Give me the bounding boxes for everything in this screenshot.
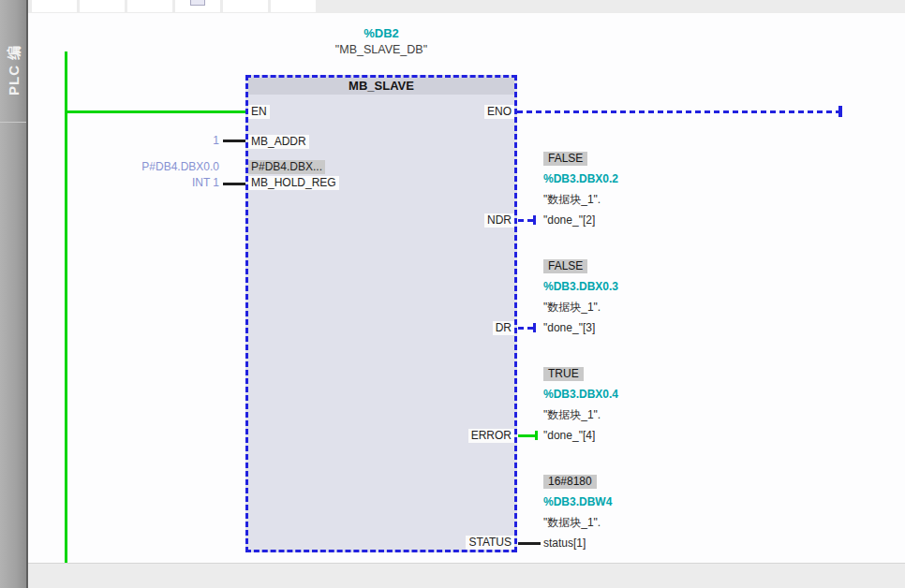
error-monitor-value: TRUE: [543, 367, 584, 381]
error-operand-member: "done_"[4]: [543, 425, 731, 446]
pin-en: EN: [248, 105, 270, 119]
monitor-value-row: TRUE: [543, 363, 731, 384]
status-operand-group[interactable]: 16#8180 %DB3.DBW4 "数据块_1". status[1]: [543, 471, 731, 553]
error-operand-address: %DB3.DBX0.4: [543, 384, 731, 404]
pin-mb-addr: MB_ADDR: [248, 135, 309, 149]
ndr-monitor-value: FALSE: [543, 152, 587, 166]
toolbar-cell[interactable]: [223, 0, 268, 12]
toolbar-partial-icon: [190, 0, 205, 6]
pin-mb-hold-reg: MB_HOLD_REG: [248, 176, 339, 190]
dr-operand-member: "done_"[3]: [543, 317, 731, 338]
toolbar-cell[interactable]: [175, 0, 220, 12]
pin-dr: DR: [493, 321, 514, 335]
eno-wire: [517, 110, 838, 113]
dr-operand-address: %DB3.DBX0.3: [543, 276, 731, 297]
instance-db-name[interactable]: "MB_SLAVE_DB": [245, 43, 517, 56]
top-toolbar: [26, 0, 905, 13]
ndr-operand-group[interactable]: FALSE %DB3.DBX0.2 "数据块_1". "done_"[2]: [543, 148, 731, 230]
mb-hold-reg-operand-type[interactable]: INT 1: [103, 176, 219, 190]
mb-addr-operand[interactable]: 1: [103, 134, 219, 148]
tab-divider: [0, 122, 26, 123]
monitor-value-row: 16#8180: [543, 471, 731, 492]
monitor-value-row: FALSE: [543, 256, 731, 276]
ndr-operand-address: %DB3.DBX0.2: [543, 169, 731, 189]
mb-slave-block[interactable]: MB_SLAVE EN ENO MB_ADDR P#DB4.DBX... MB_…: [245, 75, 517, 552]
mb-addr-wire: [223, 140, 245, 142]
toolbar-cell[interactable]: [32, 0, 77, 12]
toolbar-cell[interactable]: [80, 0, 125, 12]
monitor-value-row: FALSE: [543, 148, 731, 169]
dr-wire-tick: [533, 323, 536, 332]
pin-eno: ENO: [484, 105, 514, 119]
status-operand-db-name: "数据块_1".: [543, 512, 731, 533]
mb-hold-reg-wire: [223, 183, 245, 185]
plc-side-tab[interactable]: PLC 编: [6, 45, 23, 96]
block-title: MB_SLAVE: [248, 78, 514, 95]
status-operand-address: %DB3.DBW4: [543, 492, 731, 512]
ndr-wire-tick: [533, 215, 536, 225]
pin-status: STATUS: [466, 536, 514, 550]
toolbar-cell[interactable]: [127, 0, 172, 12]
status-operand-member: status[1]: [543, 533, 731, 553]
error-wire: [518, 434, 537, 437]
power-rail: [65, 51, 67, 563]
left-tab-strip: PLC 编: [0, 0, 28, 588]
status-wire: [518, 542, 541, 545]
error-operand-group[interactable]: TRUE %DB3.DBX0.4 "数据块_1". "done_"[4]: [543, 363, 731, 446]
toolbar-cell[interactable]: [271, 0, 316, 12]
ndr-operand-member: "done_"[2]: [543, 210, 731, 230]
error-wire-tick: [535, 431, 538, 440]
dr-monitor-value: FALSE: [543, 259, 587, 273]
dr-operand-group[interactable]: FALSE %DB3.DBX0.3 "数据块_1". "done_"[3]: [543, 256, 731, 338]
error-operand-db-name: "数据块_1".: [543, 404, 731, 425]
mb-hold-reg-operand-address[interactable]: P#DB4.DBX0.0: [103, 160, 219, 174]
status-monitor-value: 16#8180: [543, 475, 597, 489]
pin-ndr: NDR: [484, 213, 514, 228]
pin-error: ERROR: [468, 429, 514, 443]
instance-db-address[interactable]: %DB2: [245, 26, 517, 40]
bottom-strip: [26, 563, 905, 588]
fbd-editor: PLC 编 %DB2 "MB_SLAVE_DB" MB_SLAVE EN ENO…: [0, 0, 905, 588]
dr-operand-db-name: "数据块_1".: [543, 297, 731, 317]
eno-terminal-tick: [838, 106, 842, 117]
mb-hold-reg-monitor-value: P#DB4.DBX...: [248, 160, 325, 174]
en-wire: [65, 110, 245, 113]
ndr-operand-db-name: "数据块_1".: [543, 189, 731, 210]
